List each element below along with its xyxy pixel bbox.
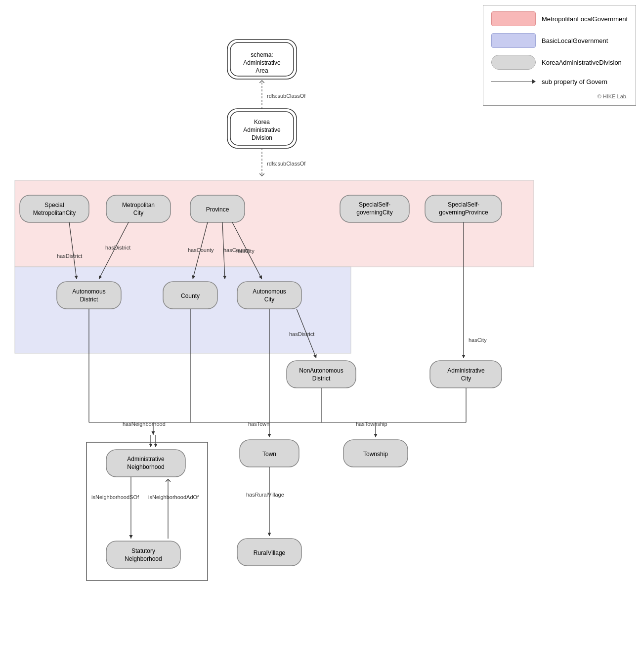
edge-label-hasneighborhood: hasNeighborhood — [123, 421, 166, 427]
special-metro-text2: MetropolitanCity — [33, 210, 76, 216]
edge-label-hasdistrict-3: hasDistrict — [289, 331, 314, 337]
town-text: Town — [262, 451, 276, 458]
auto-city-text2: City — [264, 296, 275, 303]
non-auto-district-text2: District — [312, 375, 331, 382]
legend-label-pink: MetropolitanLocalGovernment — [542, 15, 628, 23]
admin-neighborhood-text1: Administrative — [127, 456, 165, 462]
blue-bg — [15, 267, 351, 353]
auto-district-text1: Autonomous — [72, 288, 105, 295]
korea-admin-text: Korea — [254, 119, 270, 126]
edge-label-isneighborhood-s: isNeighborhoodSOf — [91, 494, 139, 500]
edge-label-hasdistrict-2: hasDistrict — [105, 245, 130, 251]
county-text: County — [181, 293, 200, 299]
province-text: Province — [206, 206, 229, 213]
legend-label-blue: BasicLocalGovernment — [542, 37, 608, 44]
special-self-city-text2: governingCity — [356, 209, 392, 216]
special-self-province-text1: SpecialSelf- — [448, 201, 479, 208]
legend-label-arrow: sub property of Govern — [542, 78, 607, 85]
metro-city-text1: Metropolitan — [122, 202, 155, 209]
special-metro-text1: Special — [44, 202, 64, 209]
auto-district-node — [57, 282, 121, 309]
edge-label-hascity-2: hasCity — [469, 337, 487, 343]
subclassof-label-1: rdfs:subClassOf — [267, 93, 306, 99]
auto-district-text2: District — [80, 296, 98, 303]
schema-admin-text2: Administrative — [243, 59, 281, 66]
korea-admin-text3: Division — [252, 134, 272, 141]
pink-bg — [15, 180, 534, 267]
special-metro-node — [20, 195, 89, 222]
schema-admin-text3: Area — [256, 67, 268, 74]
korea-admin-text2: Administrative — [243, 126, 281, 133]
admin-city-text2: City — [461, 375, 471, 382]
statutory-neighborhood-text2: Neighborhood — [125, 555, 162, 562]
auto-city-text1: Autonomous — [253, 288, 286, 295]
main-container: MetropolitanLocalGovernment BasicLocalGo… — [0, 0, 641, 672]
non-auto-district-node — [287, 361, 356, 388]
edge-label-isneighborhood-ad: isNeighborhoodAdOf — [148, 494, 199, 500]
admin-city-text1: Administrative — [447, 367, 485, 374]
subclassof-label-2: rdfs:subClassOf — [267, 161, 306, 167]
edge-label-hasruralvillage: hasRuralVillage — [246, 492, 284, 498]
admin-city-node — [430, 361, 502, 388]
special-self-city-text1: SpecialSelf- — [359, 201, 390, 208]
diagram-svg: schema: Administrative Area rdfs:subClas… — [0, 0, 544, 672]
edge-label-hasdistrict-1: hasDistrict — [57, 253, 82, 259]
township-text: Township — [363, 451, 388, 458]
metro-city-node — [106, 195, 171, 222]
schema-admin-text: schema: — [251, 51, 273, 58]
statutory-neighborhood-node — [106, 541, 180, 568]
statutory-neighborhood-text1: Statutory — [131, 547, 155, 554]
special-self-province-text2: governingProvince — [439, 209, 488, 216]
edge-label-hascity-1: hasCity — [236, 248, 255, 254]
non-auto-district-text1: NonAutonomous — [299, 367, 343, 374]
edge-label-hastown: hasTown — [248, 421, 269, 427]
metro-city-text2: City — [133, 210, 144, 216]
rural-village-text: RuralVillage — [254, 549, 286, 556]
admin-neighborhood-text2: Neighborhood — [127, 463, 164, 470]
auto-city-node — [237, 282, 301, 309]
legend-label-gray: KoreaAdministrativeDivision — [542, 59, 622, 66]
edge-label-hascounty-1: hasCounty — [188, 247, 214, 253]
edge-label-hastownship: hasTownship — [356, 421, 387, 427]
